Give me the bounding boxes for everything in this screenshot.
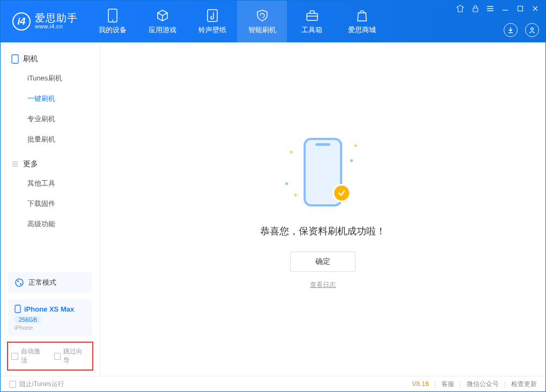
nav-ringtone-wallpaper[interactable]: 铃声壁纸 [187,1,237,42]
checkbox-skip-guide[interactable]: 跳过向导 [54,347,90,365]
list-icon [11,160,19,168]
checkbox-icon [9,381,16,388]
nav-label: 工具箱 [301,25,322,35]
nav-label: 应用游戏 [149,25,176,35]
sidebar-item-batch-flash[interactable]: 批量刷机 [1,129,100,150]
music-note-icon [205,9,219,23]
checkbox-block-itunes[interactable]: 阻止iTunes运行 [9,380,64,389]
dot-icon [350,159,353,162]
cube-icon [156,9,169,23]
sidebar-item-itunes-flash[interactable]: iTunes刷机 [1,68,100,88]
shirt-icon[interactable] [456,5,464,12]
download-button[interactable] [504,23,518,37]
ok-button[interactable]: 确定 [290,252,356,272]
version-label: V8.16 [412,380,429,388]
sparkle-icon: ✦ [353,142,358,150]
mode-icon [14,278,24,287]
logo-icon: i4 [12,12,31,31]
nav-store[interactable]: 爱思商城 [337,1,387,42]
svg-rect-5 [518,6,523,11]
refresh-shield-icon [255,9,269,23]
link-support[interactable]: 客服 [441,380,454,389]
nav-apps-games[interactable]: 应用游戏 [137,1,187,42]
app-header: i4 爱思助手 www.i4.cn 我的设备 应用游戏 铃声壁纸 智能刷机 工具… [1,1,545,42]
checkbox-auto-activate[interactable]: 自动激活 [11,347,47,365]
close-button[interactable] [532,5,539,12]
success-illustration: ✦ ✦ ✦ [280,129,366,215]
device-mode-card[interactable]: 正常模式 [8,272,92,293]
sidebar-item-other-tools[interactable]: 其他工具 [1,173,100,194]
link-wechat[interactable]: 微信公众号 [467,380,499,389]
main-nav: 我的设备 应用游戏 铃声壁纸 智能刷机 工具箱 爱思商城 [87,1,387,42]
device-storage: 256GB [14,316,41,323]
app-name: 爱思助手 [35,13,78,24]
svg-point-8 [16,279,23,286]
highlighted-checkboxes: 自动激活 跳过向导 [7,342,93,371]
sidebar-section-more: 更多 [1,155,100,173]
svg-rect-3 [307,13,318,20]
section-title: 更多 [23,159,38,169]
dot-icon [285,182,288,185]
checkbox-label: 自动激活 [21,347,47,365]
svg-rect-4 [473,8,478,12]
svg-rect-11 [15,305,20,313]
success-message: 恭喜您，保资料刷机成功啦！ [260,225,386,238]
nav-label: 爱思商城 [348,25,376,35]
checkbox-label: 跳过向导 [63,347,89,365]
minimize-button[interactable] [501,5,509,12]
sidebar-item-pro-flash[interactable]: 专业刷机 [1,109,100,129]
device-type: iPhone [14,324,86,331]
device-name: iPhone XS Max [24,305,74,313]
main-content: ✦ ✦ ✦ 恭喜您，保资料刷机成功啦！ 确定 查看日志 [100,42,545,376]
sidebar-item-oneclick-flash[interactable]: 一键刷机 [1,88,100,109]
checkbox-label: 阻止iTunes运行 [19,380,64,389]
device-card[interactable]: iPhone XS Max 256GB iPhone [8,299,92,336]
nav-label: 铃声壁纸 [198,25,226,35]
svg-point-9 [17,280,19,282]
svg-rect-2 [208,10,217,21]
svg-point-10 [20,283,21,285]
app-url: www.i4.cn [35,24,78,30]
phone-small-icon [11,54,19,64]
mode-label: 正常模式 [28,278,56,287]
checkbox-icon [54,353,61,360]
menu-icon[interactable] [486,5,494,12]
svg-point-6 [531,28,534,31]
view-log-link[interactable]: 查看日志 [310,280,336,290]
lock-icon[interactable] [471,5,479,12]
sidebar-section-flash: 刷机 [1,50,100,68]
checkbox-icon [11,353,18,360]
nav-my-device[interactable]: 我的设备 [87,1,137,42]
phone-icon [106,9,120,23]
svg-rect-7 [12,55,18,63]
section-title: 刷机 [23,54,38,64]
sparkle-icon: ✦ [289,149,294,156]
maximize-button[interactable] [517,5,524,12]
sidebar-item-advanced[interactable]: 高级功能 [1,214,100,234]
user-button[interactable] [525,23,539,37]
status-bar: 阻止iTunes运行 V8.16 | 客服 | 微信公众号 | 检查更新 [1,376,545,391]
link-check-update[interactable]: 检查更新 [511,380,537,389]
check-badge-icon [333,184,351,202]
nav-label: 我的设备 [99,25,127,35]
svg-point-1 [112,19,113,20]
sparkle-icon: ✦ [293,191,298,199]
app-logo: i4 爱思助手 www.i4.cn [1,12,87,31]
nav-toolbox[interactable]: 工具箱 [287,1,337,42]
bag-icon [355,9,369,23]
toolbox-icon [305,9,319,23]
sidebar-item-download-firmware[interactable]: 下载固件 [1,194,100,214]
sidebar: 刷机 iTunes刷机 一键刷机 专业刷机 批量刷机 更多 其他工具 下载固件 … [1,42,100,376]
nav-smart-flash[interactable]: 智能刷机 [237,1,287,42]
nav-label: 智能刷机 [248,25,276,35]
device-icon [14,305,21,313]
